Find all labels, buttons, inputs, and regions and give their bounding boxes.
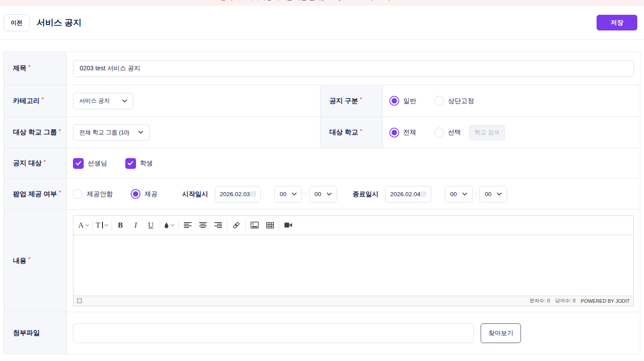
start-hour-select[interactable]: 00: [274, 186, 302, 202]
calendar-icon: [250, 190, 256, 198]
radio-selected-icon: [131, 189, 141, 199]
target-school-radio-select[interactable]: 선택: [434, 128, 461, 138]
content-label: 내용 *: [4, 210, 67, 312]
school-group-label: 대상 학교 그룹 *: [4, 117, 67, 148]
font-size-select-icon[interactable]: T: [94, 218, 110, 233]
target-school-radio-all[interactable]: 전체: [389, 128, 416, 138]
toolbar-separator: [178, 219, 179, 231]
notice-type-label: 공지 구분 *: [320, 85, 383, 116]
start-datetime-label: 시작일시: [182, 190, 208, 198]
editor-content-area[interactable]: [73, 235, 633, 296]
time-colon: :: [305, 191, 307, 198]
chevron-down-icon: [327, 193, 332, 196]
end-minute-select[interactable]: 00: [479, 186, 507, 202]
radio-selected-icon: [389, 128, 399, 138]
radio-unselected-icon: [73, 189, 83, 199]
chevron-down-icon: [138, 131, 143, 134]
notice-form: 제목 * 카테고리 * 서비스 공지 공지 구분 * 일반: [4, 52, 640, 354]
form-row-category: 카테고리 * 서비스 공지 공지 구분 * 일반 상단고정: [4, 85, 640, 117]
align-right-icon[interactable]: [210, 218, 226, 233]
brush-color-icon[interactable]: [162, 218, 177, 233]
form-row-attachment: 첨부파일 찾아보기: [4, 312, 640, 354]
powered-by-jodit: POWERED BY JODIT: [581, 298, 630, 304]
word-count: 단어수: 0: [555, 297, 576, 304]
end-hour-select[interactable]: 00: [445, 186, 473, 202]
audience-label: 공지 대상 *: [4, 148, 67, 178]
start-minute-select[interactable]: 00: [309, 186, 337, 202]
required-marker: *: [59, 128, 61, 134]
chevron-down-icon: [292, 193, 297, 196]
form-row-content: 내용 * A T B: [4, 210, 640, 312]
end-datetime-label: 종료일시: [353, 190, 379, 198]
required-marker: *: [59, 189, 61, 196]
audience-checkbox-teacher[interactable]: 선생님: [73, 158, 107, 169]
required-marker: *: [360, 96, 362, 103]
toolbar-separator: [93, 219, 93, 231]
table-icon[interactable]: [262, 218, 277, 233]
banner-message: 하이러닝 시스템 작업 안내(12/19): [247, 0, 341, 2]
title-label: 제목 *: [4, 52, 67, 85]
notice-type-radio-general[interactable]: 일반: [389, 96, 416, 106]
chevron-down-icon: [122, 99, 127, 103]
checkbox-checked-icon: [125, 158, 136, 169]
attachment-label: 첨부파일: [4, 312, 67, 354]
form-row-title: 제목 *: [4, 52, 640, 85]
chevron-down-icon: [104, 224, 108, 227]
char-count: 문자수: 0: [529, 297, 550, 304]
time-colon: :: [475, 191, 477, 198]
required-marker: *: [42, 96, 44, 103]
attachment-filename-input[interactable]: [73, 323, 473, 343]
form-row-popup: 팝업 제공 여부 * 제공안함 제공 시작일시 2026.02.03 00 :: [4, 179, 640, 210]
font-size-bar: [102, 222, 103, 228]
required-marker: *: [43, 159, 46, 165]
font-select-icon[interactable]: A: [76, 218, 91, 233]
video-icon[interactable]: [281, 218, 296, 233]
toolbar-separator: [279, 219, 279, 231]
chevron-down-icon: [497, 193, 502, 196]
banner-separator: |: [239, 0, 241, 1]
toolbar-separator: [160, 219, 160, 231]
category-select[interactable]: 서비스 공지: [73, 93, 133, 109]
underline-icon[interactable]: U: [143, 218, 158, 233]
form-row-audience: 공지 대상 * 선생님 학생: [4, 148, 640, 179]
chevron-down-icon: [171, 224, 175, 227]
banner-notice-badge: 공지: [220, 0, 233, 2]
end-date-input[interactable]: 2026.02.04: [385, 186, 431, 202]
align-left-icon[interactable]: [180, 218, 195, 233]
checkbox-checked-icon: [73, 158, 84, 169]
popup-radio-on[interactable]: 제공: [131, 189, 158, 199]
calendar-icon: [420, 190, 426, 198]
required-marker: *: [28, 256, 30, 262]
popup-label: 팝업 제공 여부 *: [4, 179, 67, 209]
start-date-input[interactable]: 2026.02.03: [215, 186, 261, 202]
chevron-down-icon: [85, 224, 89, 227]
radio-unselected-icon: [434, 128, 444, 138]
rich-text-editor: A T B I: [73, 215, 634, 306]
editor-status-bar: 문자수: 0 단어수: 0 POWERED BY JODIT: [73, 296, 633, 306]
category-label: 카테고리 *: [4, 85, 67, 116]
audience-checkbox-student[interactable]: 학생: [125, 158, 153, 169]
header-divider: [0, 39, 644, 40]
top-notice-banner: 공지 | 하이러닝 시스템 작업 안내(12/19) Dec 19, 2025,…: [0, 0, 644, 6]
required-marker: *: [28, 64, 30, 70]
school-search-button[interactable]: 학교 검색: [469, 125, 505, 140]
radio-selected-icon: [389, 96, 399, 106]
browse-button[interactable]: 찾아보기: [481, 323, 521, 343]
align-center-icon[interactable]: [195, 218, 210, 233]
link-icon[interactable]: [229, 218, 244, 233]
bold-icon[interactable]: B: [113, 218, 128, 233]
resize-handle-icon[interactable]: [77, 298, 82, 303]
italic-icon[interactable]: I: [128, 218, 143, 233]
chevron-down-icon: [462, 193, 467, 196]
banner-timestamp: Dec 19, 2025, 3:24:16 PM: [351, 0, 424, 1]
image-icon[interactable]: [247, 218, 262, 233]
back-button[interactable]: 이전: [4, 14, 30, 31]
notice-type-radio-pinned[interactable]: 상단고정: [434, 96, 474, 106]
popup-radio-off[interactable]: 제공안함: [73, 189, 113, 199]
school-group-select[interactable]: 전체 학교 그룹 (10): [73, 124, 149, 141]
title-input[interactable]: [73, 60, 634, 77]
save-button[interactable]: 저장: [597, 15, 637, 30]
paint-drop-icon: [164, 222, 169, 228]
toolbar-separator: [245, 219, 246, 231]
page-title: 서비스 공지: [37, 17, 81, 29]
